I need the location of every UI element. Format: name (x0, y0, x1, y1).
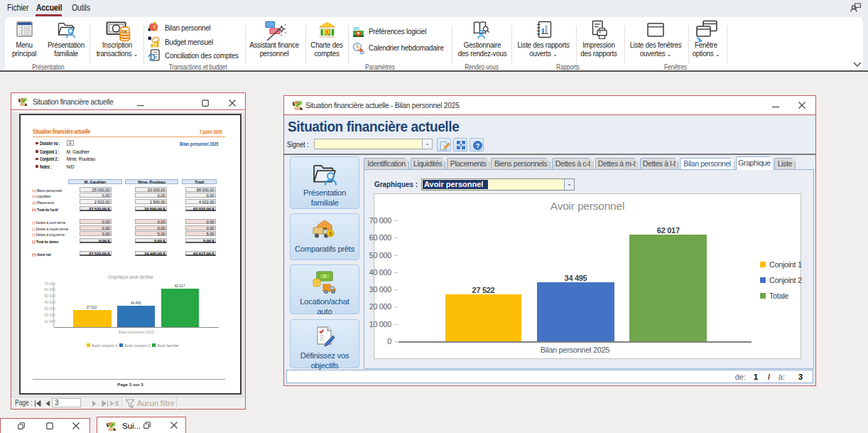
svg-text:12: 12 (359, 50, 364, 55)
svg-text:101: 101 (353, 26, 359, 31)
svg-text:?: ? (475, 141, 479, 149)
svg-text:$: $ (326, 30, 329, 36)
svg-text:$: $ (329, 231, 332, 237)
